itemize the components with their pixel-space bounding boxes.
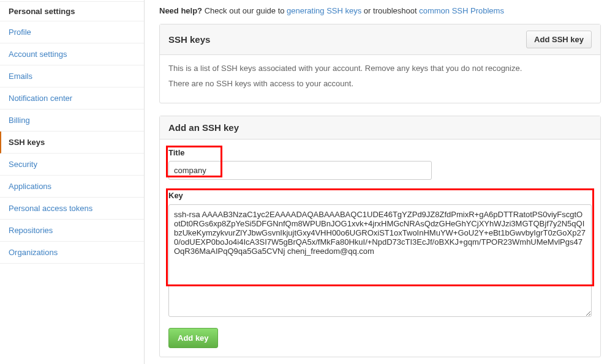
sidebar-item-personal-access-tokens[interactable]: Personal access tokens	[0, 198, 144, 220]
help-bold: Need help?	[159, 6, 202, 15]
ssh-keys-title: SSH keys	[168, 34, 210, 45]
sidebar-item-ssh-keys[interactable]: SSH keys	[0, 132, 144, 154]
generating-ssh-link[interactable]: generating SSH keys	[287, 6, 361, 15]
help-text1: Check out our guide to	[202, 6, 287, 15]
help-text2: or troubleshoot	[361, 6, 419, 15]
key-label: Key	[168, 191, 183, 200]
add-ssh-key-button[interactable]: Add SSH key	[526, 31, 592, 48]
key-textarea[interactable]	[168, 204, 592, 317]
add-key-button[interactable]: Add key	[168, 328, 218, 348]
ssh-keys-panel-header: SSH keys Add SSH key	[160, 24, 600, 55]
sidebar-item-account-settings[interactable]: Account settings	[0, 43, 144, 65]
ssh-keys-desc1: This is a list of SSH keys associated wi…	[168, 64, 592, 73]
title-field-group: Title	[168, 148, 592, 180]
sidebar: Personal settings Profile Account settin…	[0, 0, 145, 364]
submit-wrap: Add key	[168, 328, 592, 348]
add-ssh-key-panel-body: Title Key Add key	[160, 139, 600, 357]
sidebar-item-notification-center[interactable]: Notification center	[0, 87, 144, 110]
ssh-keys-panel: SSH keys Add SSH key This is a list of S…	[159, 24, 601, 103]
main-content: Need help? Check out our guide to genera…	[145, 0, 607, 364]
sidebar-title: Personal settings	[0, 1, 144, 21]
sidebar-item-organizations[interactable]: Organizations	[0, 242, 144, 264]
help-line: Need help? Check out our guide to genera…	[159, 6, 601, 15]
ssh-keys-desc2: There are no SSH keys with access to you…	[168, 79, 592, 88]
add-ssh-key-panel: Add an SSH key Title Key Add key	[159, 116, 601, 357]
sidebar-item-security[interactable]: Security	[0, 154, 144, 176]
key-field-group: Key	[168, 191, 592, 317]
add-ssh-key-title: Add an SSH key	[168, 122, 239, 133]
title-label: Title	[168, 148, 185, 157]
add-ssh-key-panel-header: Add an SSH key	[160, 116, 600, 139]
sidebar-item-emails[interactable]: Emails	[0, 65, 144, 87]
sidebar-item-repositories[interactable]: Repositories	[0, 220, 144, 242]
common-ssh-problems-link[interactable]: common SSH Problems	[419, 6, 504, 15]
sidebar-item-applications[interactable]: Applications	[0, 176, 144, 198]
ssh-keys-panel-body: This is a list of SSH keys associated wi…	[160, 55, 600, 103]
sidebar-item-billing[interactable]: Billing	[0, 110, 144, 132]
title-input[interactable]	[168, 161, 432, 180]
sidebar-item-profile[interactable]: Profile	[0, 21, 144, 43]
